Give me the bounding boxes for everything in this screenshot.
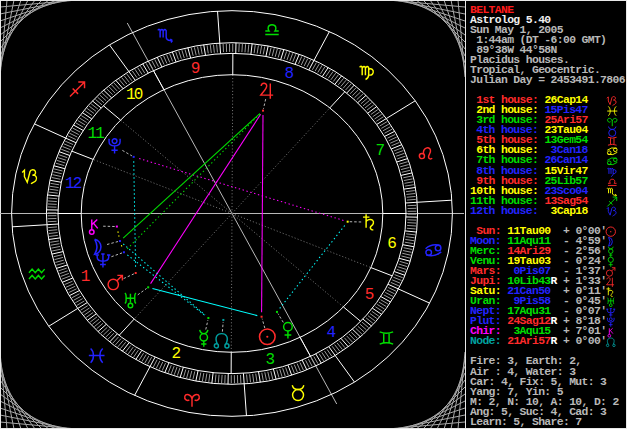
svg-text:9: 9 [191,60,200,78]
svg-text:1: 1 [81,268,90,286]
svg-text:3: 3 [265,351,274,369]
svg-text:5: 5 [365,286,374,304]
svg-text:6: 6 [387,235,396,253]
svg-text:12th house: 3Cap18: 12th house: 3Cap18 [470,205,589,217]
svg-text:11: 11 [87,125,104,143]
svg-text:Node:21Ari57R+ 0°00': Node:21Ari57R+ 0°00' [470,335,606,347]
svg-text:12: 12 [65,175,82,193]
svg-text:10: 10 [126,86,143,104]
svg-text:7: 7 [376,142,385,160]
svg-text:8: 8 [285,65,294,83]
svg-text:Learn: 5, Share: 7: Learn: 5, Share: 7 [470,416,582,428]
svg-text:2: 2 [172,345,181,363]
svg-text:4: 4 [326,324,335,342]
svg-text:Julian Day = 2453491.7806: Julian Day = 2453491.7806 [470,74,626,86]
